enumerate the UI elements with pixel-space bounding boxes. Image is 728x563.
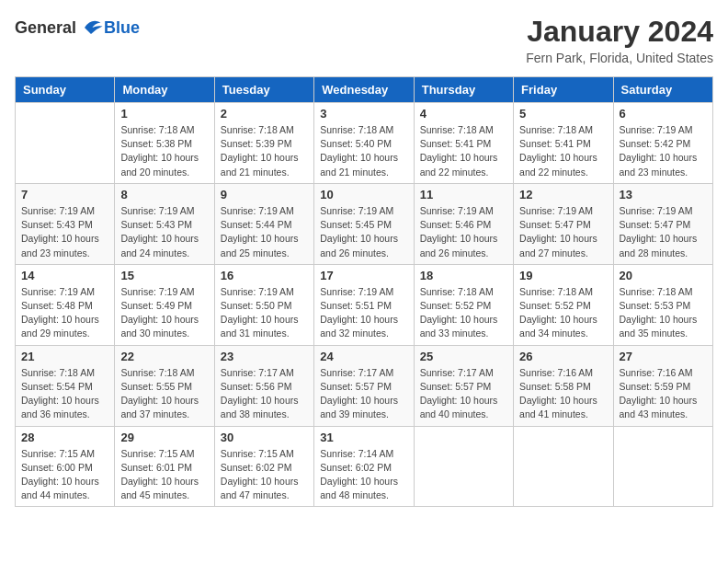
day-number: 6 xyxy=(620,107,707,121)
calendar-cell: 29Sunrise: 7:15 AMSunset: 6:01 PMDayligh… xyxy=(115,426,214,507)
day-number: 21 xyxy=(21,350,108,363)
day-number: 23 xyxy=(221,350,308,363)
day-info: Sunrise: 7:18 AMSunset: 5:52 PMDaylight:… xyxy=(420,285,507,341)
day-info: Sunrise: 7:18 AMSunset: 5:40 PMDaylight:… xyxy=(320,123,407,179)
calendar-cell: 28Sunrise: 7:15 AMSunset: 6:00 PMDayligh… xyxy=(16,426,115,507)
day-info: Sunrise: 7:19 AMSunset: 5:46 PMDaylight:… xyxy=(420,204,507,260)
calendar-cell: 22Sunrise: 7:18 AMSunset: 5:55 PMDayligh… xyxy=(115,345,214,426)
calendar-cell: 18Sunrise: 7:18 AMSunset: 5:52 PMDayligh… xyxy=(414,264,513,345)
day-number: 16 xyxy=(221,269,308,282)
day-number: 5 xyxy=(519,107,607,121)
location: Fern Park, Florida, United States xyxy=(526,51,713,65)
calendar-cell: 7Sunrise: 7:19 AMSunset: 5:43 PMDaylight… xyxy=(16,183,115,264)
column-header-saturday: Saturday xyxy=(613,77,712,103)
day-number: 4 xyxy=(420,107,507,121)
day-info: Sunrise: 7:19 AMSunset: 5:50 PMDaylight:… xyxy=(221,285,308,341)
calendar-cell: 11Sunrise: 7:19 AMSunset: 5:46 PMDayligh… xyxy=(414,183,513,264)
calendar-cell: 16Sunrise: 7:19 AMSunset: 5:50 PMDayligh… xyxy=(214,264,313,345)
day-info: Sunrise: 7:19 AMSunset: 5:47 PMDaylight:… xyxy=(620,204,707,260)
day-info: Sunrise: 7:17 AMSunset: 5:57 PMDaylight:… xyxy=(320,366,407,422)
calendar-cell: 3Sunrise: 7:18 AMSunset: 5:40 PMDaylight… xyxy=(314,103,414,184)
calendar-cell: 10Sunrise: 7:19 AMSunset: 5:45 PMDayligh… xyxy=(314,183,414,264)
calendar-week-row: 21Sunrise: 7:18 AMSunset: 5:54 PMDayligh… xyxy=(16,345,713,426)
month-title: January 2024 xyxy=(526,15,713,49)
calendar-cell: 26Sunrise: 7:16 AMSunset: 5:58 PMDayligh… xyxy=(514,345,613,426)
logo-general: General xyxy=(15,18,76,38)
column-header-wednesday: Wednesday xyxy=(314,77,414,103)
column-header-friday: Friday xyxy=(514,77,613,103)
day-info: Sunrise: 7:18 AMSunset: 5:55 PMDaylight:… xyxy=(120,366,208,422)
day-info: Sunrise: 7:18 AMSunset: 5:38 PMDaylight:… xyxy=(120,123,208,179)
calendar-cell: 23Sunrise: 7:17 AMSunset: 5:56 PMDayligh… xyxy=(214,345,313,426)
calendar-cell xyxy=(16,103,115,184)
day-number: 15 xyxy=(120,269,208,282)
day-number: 27 xyxy=(620,350,707,363)
day-number: 8 xyxy=(120,188,208,201)
calendar-cell: 4Sunrise: 7:18 AMSunset: 5:41 PMDaylight… xyxy=(414,103,513,184)
calendar-cell: 13Sunrise: 7:19 AMSunset: 5:47 PMDayligh… xyxy=(613,183,712,264)
calendar-week-row: 28Sunrise: 7:15 AMSunset: 6:00 PMDayligh… xyxy=(16,426,713,507)
day-info: Sunrise: 7:19 AMSunset: 5:43 PMDaylight:… xyxy=(21,204,108,260)
day-number: 14 xyxy=(21,269,108,282)
logo-bird-icon xyxy=(78,15,104,40)
calendar-cell: 14Sunrise: 7:19 AMSunset: 5:48 PMDayligh… xyxy=(16,264,115,345)
column-header-monday: Monday xyxy=(115,77,214,103)
day-number: 26 xyxy=(519,350,607,363)
day-number: 10 xyxy=(320,188,407,201)
day-info: Sunrise: 7:19 AMSunset: 5:47 PMDaylight:… xyxy=(519,204,607,260)
day-number: 29 xyxy=(120,431,208,444)
column-header-sunday: Sunday xyxy=(16,77,115,103)
calendar-cell: 24Sunrise: 7:17 AMSunset: 5:57 PMDayligh… xyxy=(314,345,414,426)
day-info: Sunrise: 7:19 AMSunset: 5:44 PMDaylight:… xyxy=(221,204,308,260)
calendar-cell xyxy=(414,426,513,507)
day-info: Sunrise: 7:17 AMSunset: 5:57 PMDaylight:… xyxy=(420,366,507,422)
logo: General Blue xyxy=(15,15,140,40)
day-number: 22 xyxy=(120,350,208,363)
day-info: Sunrise: 7:15 AMSunset: 6:01 PMDaylight:… xyxy=(120,447,208,503)
day-number: 1 xyxy=(120,107,208,121)
calendar-cell: 12Sunrise: 7:19 AMSunset: 5:47 PMDayligh… xyxy=(514,183,613,264)
calendar-cell: 15Sunrise: 7:19 AMSunset: 5:49 PMDayligh… xyxy=(115,264,214,345)
calendar-table: SundayMondayTuesdayWednesdayThursdayFrid… xyxy=(15,76,713,507)
calendar-cell: 19Sunrise: 7:18 AMSunset: 5:52 PMDayligh… xyxy=(514,264,613,345)
calendar-cell xyxy=(514,426,613,507)
calendar-cell: 31Sunrise: 7:14 AMSunset: 6:02 PMDayligh… xyxy=(314,426,414,507)
calendar-cell: 6Sunrise: 7:19 AMSunset: 5:42 PMDaylight… xyxy=(613,103,712,184)
day-info: Sunrise: 7:19 AMSunset: 5:51 PMDaylight:… xyxy=(320,285,407,341)
day-number: 9 xyxy=(221,188,308,201)
day-info: Sunrise: 7:18 AMSunset: 5:41 PMDaylight:… xyxy=(519,123,607,179)
day-number: 17 xyxy=(320,269,407,282)
day-info: Sunrise: 7:18 AMSunset: 5:41 PMDaylight:… xyxy=(420,123,507,179)
day-info: Sunrise: 7:19 AMSunset: 5:49 PMDaylight:… xyxy=(120,285,208,341)
day-info: Sunrise: 7:18 AMSunset: 5:54 PMDaylight:… xyxy=(21,366,108,422)
day-info: Sunrise: 7:18 AMSunset: 5:52 PMDaylight:… xyxy=(519,285,607,341)
calendar-cell: 5Sunrise: 7:18 AMSunset: 5:41 PMDaylight… xyxy=(514,103,613,184)
day-info: Sunrise: 7:19 AMSunset: 5:48 PMDaylight:… xyxy=(21,285,108,341)
day-info: Sunrise: 7:16 AMSunset: 5:58 PMDaylight:… xyxy=(519,366,607,422)
day-number: 24 xyxy=(320,350,407,363)
day-number: 30 xyxy=(221,431,308,444)
day-info: Sunrise: 7:19 AMSunset: 5:42 PMDaylight:… xyxy=(620,123,707,179)
calendar-cell: 8Sunrise: 7:19 AMSunset: 5:43 PMDaylight… xyxy=(115,183,214,264)
day-number: 2 xyxy=(221,107,308,121)
day-info: Sunrise: 7:16 AMSunset: 5:59 PMDaylight:… xyxy=(620,366,707,422)
day-number: 20 xyxy=(620,269,707,282)
day-info: Sunrise: 7:18 AMSunset: 5:39 PMDaylight:… xyxy=(221,123,308,179)
day-info: Sunrise: 7:19 AMSunset: 5:45 PMDaylight:… xyxy=(320,204,407,260)
day-number: 31 xyxy=(320,431,407,444)
day-number: 19 xyxy=(519,269,607,282)
day-info: Sunrise: 7:18 AMSunset: 5:53 PMDaylight:… xyxy=(620,285,707,341)
column-header-thursday: Thursday xyxy=(414,77,513,103)
day-info: Sunrise: 7:19 AMSunset: 5:43 PMDaylight:… xyxy=(120,204,208,260)
day-number: 11 xyxy=(420,188,507,201)
day-number: 18 xyxy=(420,269,507,282)
calendar-week-row: 14Sunrise: 7:19 AMSunset: 5:48 PMDayligh… xyxy=(16,264,713,345)
day-number: 13 xyxy=(620,188,707,201)
calendar-cell: 9Sunrise: 7:19 AMSunset: 5:44 PMDaylight… xyxy=(214,183,313,264)
calendar-cell: 25Sunrise: 7:17 AMSunset: 5:57 PMDayligh… xyxy=(414,345,513,426)
calendar-cell: 17Sunrise: 7:19 AMSunset: 5:51 PMDayligh… xyxy=(314,264,414,345)
day-info: Sunrise: 7:17 AMSunset: 5:56 PMDaylight:… xyxy=(221,366,308,422)
calendar-cell: 30Sunrise: 7:15 AMSunset: 6:02 PMDayligh… xyxy=(214,426,313,507)
day-number: 7 xyxy=(21,188,108,201)
title-block: January 2024 Fern Park, Florida, United … xyxy=(526,15,713,65)
